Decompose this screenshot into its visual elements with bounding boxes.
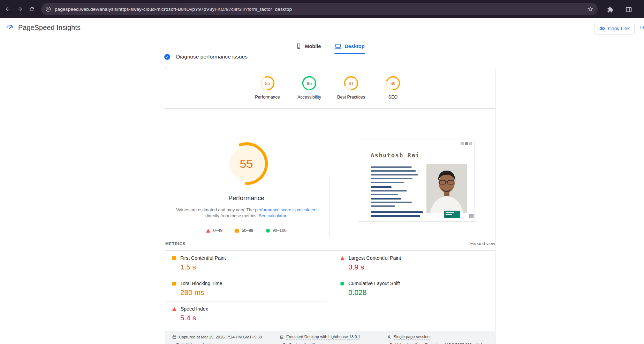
environment-row-1: Captured at Mar 15, 2026, 7:24 PM GMT+5:… xyxy=(165,335,495,339)
preview-chat-widget xyxy=(444,211,460,218)
page-load-type[interactable]: Initial page load xyxy=(176,343,282,344)
performance-gauge: 55 xyxy=(224,141,269,186)
metric-value: 280 ms xyxy=(180,288,327,297)
metrics-grid: First Contentful Paint 1.5 s Total Block… xyxy=(165,251,495,327)
form-factor-tabs: Mobile Desktop xyxy=(165,41,495,54)
score-gauge-best-practices[interactable]: 81 Best Practices xyxy=(330,76,372,108)
site-info-icon[interactable] xyxy=(45,6,51,12)
metric-largest-contentful-paint: Largest Contentful Paint 3.9 s xyxy=(333,251,495,276)
category-scores-row: 55 Performance 95 Accessibility 81 xyxy=(165,67,495,108)
tab-mobile-label: Mobile xyxy=(305,44,321,49)
smartphone-icon xyxy=(296,43,302,49)
score-label: SEO xyxy=(388,95,397,100)
legend-average: 50–89 xyxy=(235,228,253,233)
calculator-link[interactable]: See calculator. xyxy=(259,213,287,218)
side-panel-icon xyxy=(626,6,632,13)
score-label: Best Practices xyxy=(337,95,365,100)
session-type[interactable]: Single page session xyxy=(387,335,494,339)
capture-environment-footer: Captured at Mar 15, 2026, 7:24 PM GMT+5:… xyxy=(165,331,495,344)
refresh-icon xyxy=(29,6,35,12)
browser-version[interactable]: Using Headless Chromium 145.0.7632.116 w… xyxy=(389,343,495,344)
preview-header-icons xyxy=(461,142,472,145)
metric-status-icon xyxy=(340,256,344,260)
browser-version-text[interactable]: Using Headless Chromium 145.0.7632.116 w… xyxy=(395,343,483,344)
metric-total-blocking-time: Total Blocking Time 280 ms xyxy=(165,276,327,302)
score-label: Accessibility xyxy=(297,95,321,100)
metric-value: 3.9 s xyxy=(348,263,495,271)
star-icon xyxy=(587,6,593,12)
calendar-icon xyxy=(172,335,176,339)
metrics-title: METRICS xyxy=(165,242,186,246)
preview-portrait-photo xyxy=(426,164,467,213)
throttling-type[interactable]: Custom throttling xyxy=(282,343,388,344)
legend-poor: 0–49 xyxy=(206,228,222,233)
preview-site-title: Ashutosh Rai xyxy=(371,152,420,159)
score-gauge-performance[interactable]: 55 Performance xyxy=(247,76,288,108)
preview-column: Ashutosh Rai xyxy=(329,108,495,242)
metric-name: Cumulative Layout Shift xyxy=(348,281,400,286)
back-button[interactable] xyxy=(2,3,14,15)
site-preview-thumbnail[interactable]: Ashutosh Rai xyxy=(358,140,475,222)
arrow-left-icon xyxy=(5,6,11,12)
bookmark-button[interactable] xyxy=(587,6,593,12)
metric-name: Speed Index xyxy=(181,306,208,312)
disclaimer-text: directly from these metrics. xyxy=(205,213,259,218)
side-panel-button[interactable] xyxy=(624,5,633,14)
metrics-left-column: First Contentful Paint 1.5 s Total Block… xyxy=(165,251,327,327)
preview-badge xyxy=(469,214,473,218)
captured-at-text: Captured at Mar 15, 2026, 7:24 PM GMT+5:… xyxy=(179,335,262,339)
tab-desktop[interactable]: Desktop xyxy=(334,41,365,54)
forward-button[interactable] xyxy=(14,3,26,15)
browser-chrome-bar: pagespeed.web.dev/analysis/https-sway-cl… xyxy=(0,0,644,18)
performance-score-value: 55 xyxy=(224,141,269,186)
metric-status-icon xyxy=(340,282,344,286)
captured-at: Captured at Mar 15, 2026, 7:24 PM GMT+5:… xyxy=(172,335,280,339)
copy-link-button[interactable]: Copy Link xyxy=(594,23,635,34)
puzzle-icon xyxy=(607,6,614,13)
disclaimer-text: Values are estimated and may vary. The xyxy=(176,208,255,212)
tab-mobile[interactable]: Mobile xyxy=(295,41,321,54)
page-title: PageSpeed Insights xyxy=(18,24,81,32)
mini-gauge: 69 xyxy=(385,76,401,91)
score-gauge-accessibility[interactable]: 95 Accessibility xyxy=(288,76,330,108)
score-disclaimer: Values are estimated and may vary. The p… xyxy=(175,207,318,219)
score-value: 69 xyxy=(385,76,401,91)
url-text: pagespeed.web.dev/analysis/https-sway-cl… xyxy=(55,7,584,12)
expand-view-button[interactable]: Expand view xyxy=(470,241,495,246)
mini-gauge: 81 xyxy=(343,76,359,91)
score-value: 81 xyxy=(343,76,359,91)
copy-link-label: Copy Link xyxy=(608,26,630,31)
person-icon xyxy=(387,335,391,339)
link-icon xyxy=(599,25,605,32)
metric-value: 1.5 s xyxy=(180,263,327,271)
page-load-text[interactable]: Initial page load xyxy=(182,343,211,344)
metric-name: Largest Contentful Paint xyxy=(349,255,401,261)
score-label: Performance xyxy=(255,95,280,100)
emulated-environment-text[interactable]: Emulated Desktop with Lighthouse 13.0.1 xyxy=(286,335,360,339)
score-gauge-seo[interactable]: 69 SEO xyxy=(372,76,414,108)
legend-good: 90–100 xyxy=(266,228,287,233)
calculation-link[interactable]: performance score is calculated xyxy=(255,208,316,212)
diagnose-section-header: ✓ Diagnose performance issues xyxy=(164,54,248,60)
throttling-text[interactable]: Custom throttling xyxy=(289,343,319,344)
docs-link-partial[interactable]: D xyxy=(640,24,644,30)
performance-gauge-label: Performance xyxy=(165,195,327,202)
app-header: PageSpeed Insights Copy Link xyxy=(0,18,644,37)
legend-range: 0–49 xyxy=(213,228,222,233)
pagespeed-home-link[interactable]: PageSpeed Insights xyxy=(5,23,81,32)
metric-value: 0.028 xyxy=(348,288,495,297)
reload-button[interactable] xyxy=(26,3,38,15)
address-bar[interactable]: pagespeed.web.dev/analysis/https-sway-cl… xyxy=(41,3,598,15)
laptop-icon xyxy=(280,335,284,339)
metrics-section: METRICS Expand view First Contentful Pai… xyxy=(165,241,495,327)
metrics-header: METRICS Expand view xyxy=(165,241,495,251)
emulated-environment[interactable]: Emulated Desktop with Lighthouse 13.0.1 xyxy=(280,335,387,339)
extensions-button[interactable] xyxy=(606,5,615,14)
score-value: 95 xyxy=(302,76,317,91)
metrics-right-column: Largest Contentful Paint 3.9 s Cumulativ… xyxy=(333,251,495,327)
score-legend: 0–49 50–89 90–100 xyxy=(165,228,327,233)
check-circle-icon: ✓ xyxy=(164,54,170,60)
mini-gauge: 55 xyxy=(260,76,275,91)
session-type-text[interactable]: Single page session xyxy=(394,335,430,339)
metric-status-icon xyxy=(172,307,176,311)
